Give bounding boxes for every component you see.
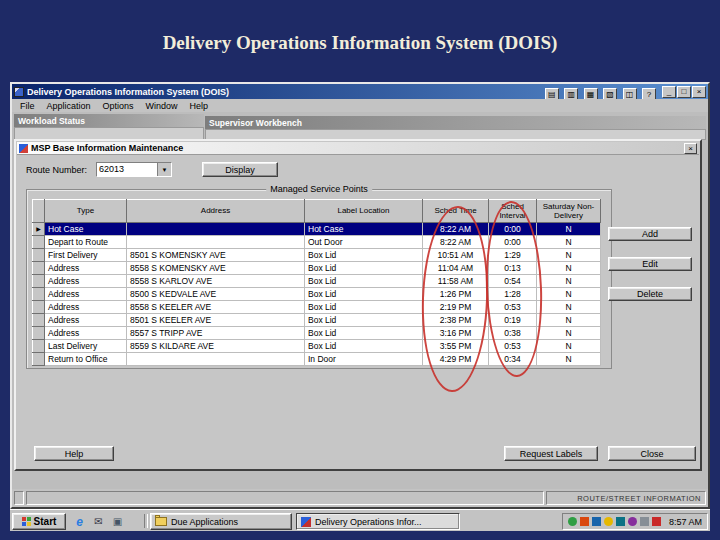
cell-type[interactable]: First Delivery xyxy=(45,249,127,262)
cell-type[interactable]: Address xyxy=(45,301,127,314)
help-button[interactable]: Help xyxy=(34,446,114,461)
table-row[interactable]: ▶ Hot Case Hot Case 8:22 AM 0:00 N xyxy=(33,223,601,236)
cell-address[interactable]: 8557 S TRIPP AVE xyxy=(127,327,305,340)
cell-label-location[interactable]: Out Door xyxy=(305,236,423,249)
cell-sched-interval[interactable]: 0:53 xyxy=(489,301,537,314)
request-labels-button[interactable]: Request Labels xyxy=(504,446,598,461)
route-number-combobox[interactable]: 62013 ▼ xyxy=(96,162,172,177)
cell-saturday-non-delivery[interactable]: N xyxy=(537,327,601,340)
cell-type[interactable]: Address xyxy=(45,327,127,340)
cell-sched-time[interactable]: 3:16 PM xyxy=(423,327,489,340)
table-row[interactable]: Address 8558 S KEELER AVE Box Lid 2:19 P… xyxy=(33,301,601,314)
row-selector-cell[interactable] xyxy=(33,275,45,288)
cell-sched-interval[interactable]: 0:00 xyxy=(489,223,537,236)
row-selector-cell[interactable] xyxy=(33,340,45,353)
cell-sched-interval[interactable]: 0:00 xyxy=(489,236,537,249)
cell-type[interactable]: Address xyxy=(45,314,127,327)
row-selector-cell[interactable] xyxy=(33,327,45,340)
cell-sched-interval[interactable]: 1:28 xyxy=(489,288,537,301)
cell-type[interactable]: Address xyxy=(45,288,127,301)
messenger-icon[interactable] xyxy=(640,517,649,526)
cell-address[interactable]: 8558 S KOMENSKY AVE xyxy=(127,262,305,275)
row-selector-cell[interactable] xyxy=(33,353,45,366)
table-row[interactable]: Address 8558 S KARLOV AVE Box Lid 11:58 … xyxy=(33,275,601,288)
close-button[interactable]: × xyxy=(692,86,706,98)
cell-address[interactable]: 8559 S KILDARE AVE xyxy=(127,340,305,353)
cell-sched-interval[interactable]: 0:19 xyxy=(489,314,537,327)
cell-label-location[interactable]: Box Lid xyxy=(305,288,423,301)
cell-label-location[interactable]: Box Lid xyxy=(305,249,423,262)
cell-sched-interval[interactable]: 1:29 xyxy=(489,249,537,262)
cell-saturday-non-delivery[interactable]: N xyxy=(537,249,601,262)
minimize-button[interactable]: _ xyxy=(662,86,676,98)
updates-icon[interactable] xyxy=(652,517,661,526)
cell-saturday-non-delivery[interactable]: N xyxy=(537,353,601,366)
menu-options[interactable]: Options xyxy=(97,101,140,111)
dialog-close-button[interactable]: × xyxy=(684,143,697,154)
task-button-delivery-operations[interactable]: Delivery Operations Infor... xyxy=(296,513,460,530)
cell-label-location[interactable]: Box Lid xyxy=(305,314,423,327)
cell-type[interactable]: Hot Case xyxy=(45,223,127,236)
table-row[interactable]: Address 8501 S KEELER AVE Box Lid 2:38 P… xyxy=(33,314,601,327)
cell-address[interactable]: 8558 S KARLOV AVE xyxy=(127,275,305,288)
supervisor-workbench-titlebar[interactable]: Supervisor Workbench xyxy=(205,116,706,129)
network-icon[interactable] xyxy=(568,517,577,526)
cell-type[interactable]: Depart to Route xyxy=(45,236,127,249)
cell-label-location[interactable]: Box Lid xyxy=(305,262,423,275)
cell-label-location[interactable]: Box Lid xyxy=(305,327,423,340)
cell-saturday-non-delivery[interactable]: N xyxy=(537,236,601,249)
delete-button[interactable]: Delete xyxy=(608,287,692,301)
chevron-down-icon[interactable]: ▼ xyxy=(157,163,171,176)
cell-address[interactable] xyxy=(127,236,305,249)
cell-sched-time[interactable]: 11:58 AM xyxy=(423,275,489,288)
menu-help[interactable]: Help xyxy=(184,101,215,111)
display-button[interactable]: Display xyxy=(202,162,278,177)
row-selector-cell[interactable] xyxy=(33,314,45,327)
cell-saturday-non-delivery[interactable]: N xyxy=(537,275,601,288)
cell-address[interactable]: 8501 S KEELER AVE xyxy=(127,314,305,327)
cell-address[interactable]: 8501 S KOMENSKY AVE xyxy=(127,249,305,262)
cell-sched-interval[interactable]: 0:13 xyxy=(489,262,537,275)
menu-window[interactable]: Window xyxy=(140,101,184,111)
cell-saturday-non-delivery[interactable]: N xyxy=(537,340,601,353)
cell-sched-interval[interactable]: 0:38 xyxy=(489,327,537,340)
cell-label-location[interactable]: Hot Case xyxy=(305,223,423,236)
table-row[interactable]: Address 8557 S TRIPP AVE Box Lid 3:16 PM… xyxy=(33,327,601,340)
dialog-titlebar[interactable]: MSP Base Information Maintenance × xyxy=(17,142,699,155)
menu-file[interactable]: File xyxy=(14,101,41,111)
cell-sched-time[interactable]: 1:26 PM xyxy=(423,288,489,301)
antivirus-icon[interactable] xyxy=(592,517,601,526)
cell-address[interactable] xyxy=(127,223,305,236)
cell-type[interactable]: Last Delivery xyxy=(45,340,127,353)
table-row[interactable]: Last Delivery 8559 S KILDARE AVE Box Lid… xyxy=(33,340,601,353)
row-selector-cell[interactable] xyxy=(33,288,45,301)
cell-saturday-non-delivery[interactable]: N xyxy=(537,262,601,275)
row-selector-cell[interactable] xyxy=(33,249,45,262)
scheduler-icon[interactable] xyxy=(604,517,613,526)
add-button[interactable]: Add xyxy=(608,227,692,241)
cell-address[interactable]: 8500 S KEDVALE AVE xyxy=(127,288,305,301)
cell-sched-time[interactable]: 8:22 AM xyxy=(423,223,489,236)
table-row[interactable]: Return to Office In Door 4:29 PM 0:34 N xyxy=(33,353,601,366)
cell-type[interactable]: Address xyxy=(45,275,127,288)
main-titlebar[interactable]: Delivery Operations Information System (… xyxy=(12,84,708,99)
start-button[interactable]: Start xyxy=(12,513,66,530)
cell-saturday-non-delivery[interactable]: N xyxy=(537,223,601,236)
route-number-value[interactable]: 62013 xyxy=(97,163,157,176)
cell-label-location[interactable]: Box Lid xyxy=(305,340,423,353)
cell-label-location[interactable]: Box Lid xyxy=(305,301,423,314)
menu-application[interactable]: Application xyxy=(41,101,97,111)
maximize-button[interactable]: □ xyxy=(677,86,691,98)
table-row[interactable]: Address 8500 S KEDVALE AVE Box Lid 1:26 … xyxy=(33,288,601,301)
cell-sched-time[interactable]: 3:55 PM xyxy=(423,340,489,353)
cell-type[interactable]: Return to Office xyxy=(45,353,127,366)
dialog-close-action-button[interactable]: Close xyxy=(608,446,696,461)
cell-saturday-non-delivery[interactable]: N xyxy=(537,301,601,314)
edit-button[interactable]: Edit xyxy=(608,257,692,271)
cell-sched-time[interactable]: 2:38 PM xyxy=(423,314,489,327)
outlook-express-icon[interactable]: ✉ xyxy=(91,514,106,529)
table-row[interactable]: Depart to Route Out Door 8:22 AM 0:00 N xyxy=(33,236,601,249)
workload-status-titlebar[interactable]: Workload Status xyxy=(14,114,204,127)
printer-icon[interactable] xyxy=(628,517,637,526)
cell-label-location[interactable]: Box Lid xyxy=(305,275,423,288)
